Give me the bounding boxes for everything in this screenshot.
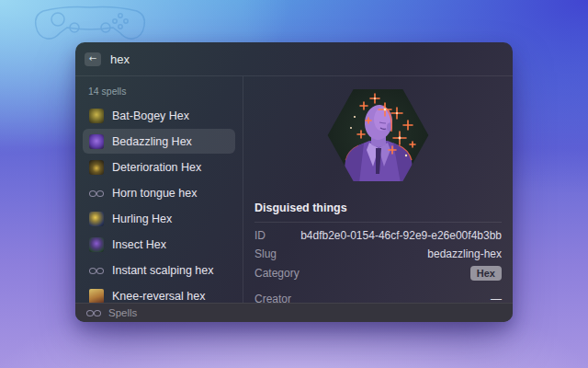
category-badge: Hex	[470, 266, 502, 281]
list-item[interactable]: Knee-reversal hex	[83, 283, 235, 303]
search-bar: ← hex	[75, 42, 513, 76]
list-item[interactable]: Horn tongue hex	[83, 180, 235, 205]
list-item[interactable]: Bedazzling Hex	[83, 129, 235, 154]
spell-art-icon	[89, 237, 104, 252]
spell-name: Hurling Hex	[112, 213, 172, 225]
spell-artwork	[327, 87, 430, 183]
metadata-label: Creator	[254, 293, 291, 303]
spell-art-icon	[89, 289, 104, 304]
list-item[interactable]: Bat-Bogey Hex	[83, 103, 235, 128]
metadata-value: b4dfb2e0-0154-46cf-92e9-e26e00f4b3bb	[300, 229, 502, 242]
glasses-icon	[86, 307, 101, 318]
extension-name: Spells	[108, 307, 137, 318]
spell-list: 14 spells Bat-Bogey Hex Bedazzling Hex D…	[75, 76, 243, 303]
spell-art-icon	[89, 109, 104, 123]
metadata-row: Slug bedazzling-hex	[254, 245, 502, 263]
list-item[interactable]: Deterioration Hex	[83, 155, 235, 179]
detail-title: Disguised things	[254, 201, 502, 223]
app-window: ← hex 14 spells Bat-Bogey Hex Bedazzling…	[75, 42, 513, 322]
spell-art-icon	[89, 160, 104, 175]
metadata-value: bedazzling-hex	[427, 247, 502, 260]
detail-panel: Disguised things ID b4dfb2e0-0154-46cf-9…	[243, 76, 513, 303]
glasses-icon	[89, 263, 104, 278]
metadata-label: ID	[254, 229, 266, 242]
search-input[interactable]: hex	[110, 52, 130, 66]
list-section-header: 14 spells	[88, 86, 230, 97]
back-arrow-icon: ←	[89, 53, 96, 63]
spell-name: Bat-Bogey Hex	[112, 109, 189, 122]
spell-name: Instant scalping hex	[112, 264, 214, 277]
metadata-row: Creator —	[254, 290, 502, 303]
metadata-row: ID b4dfb2e0-0154-46cf-92e9-e26e00f4b3bb	[254, 226, 502, 245]
spell-name: Knee-reversal hex	[112, 290, 205, 303]
spell-name: Insect Hex	[112, 238, 166, 251]
back-button[interactable]: ←	[85, 52, 101, 66]
spell-art-icon	[89, 134, 104, 149]
list-item[interactable]: Instant scalping hex	[83, 258, 235, 282]
metadata-label: Slug	[254, 247, 277, 260]
metadata-label: Category	[254, 267, 300, 280]
status-bar: Spells	[75, 303, 513, 322]
glasses-icon	[89, 186, 104, 201]
metadata-value: —	[491, 293, 502, 303]
metadata-list: ID b4dfb2e0-0154-46cf-92e9-e26e00f4b3bb …	[243, 223, 513, 303]
spell-art-icon	[89, 212, 104, 226]
list-item[interactable]: Insect Hex	[83, 232, 235, 257]
game-controller-sketch	[30, 4, 150, 46]
spell-name: Horn tongue hex	[112, 187, 197, 200]
list-item[interactable]: Hurling Hex	[83, 206, 235, 231]
metadata-row: Category Hex	[254, 263, 502, 283]
spell-name: Deterioration Hex	[112, 161, 201, 174]
spell-name: Bedazzling Hex	[112, 135, 192, 148]
